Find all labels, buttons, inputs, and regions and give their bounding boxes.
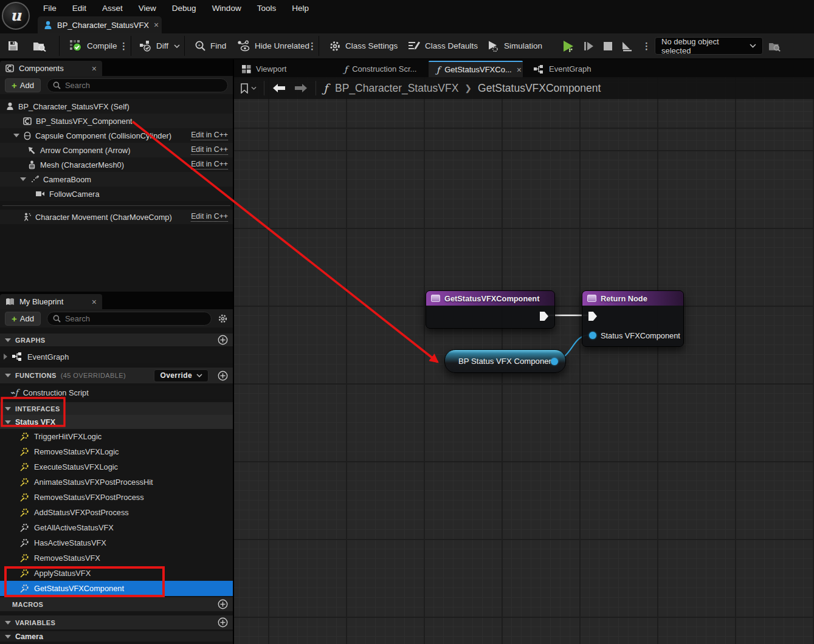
edit-in-cpp-link[interactable]: Edit in C++ [191, 160, 228, 170]
interface-function-row[interactable]: TriggerHitVFXLogic [0, 429, 233, 444]
variables-section-header[interactable]: VARIABLES [0, 615, 233, 629]
tab-construction-script[interactable]: ƒ Construction Scr... [336, 61, 429, 77]
menu-debug[interactable]: Debug [164, 0, 204, 16]
my-blueprint-tab[interactable]: My Blueprint × [0, 294, 102, 309]
breadcrumb-root[interactable]: BP_Character_StatusVFX [335, 82, 458, 95]
simulation-button[interactable]: Simulation [487, 33, 542, 58]
node-bp-status-vfx-component-getter[interactable]: BP Status VFX Component [444, 349, 566, 373]
interface-function-row-selected[interactable]: GetStatusVFXComponent [0, 581, 233, 596]
menu-edit[interactable]: Edit [64, 0, 94, 16]
forward-arrow-icon[interactable] [294, 83, 308, 93]
construction-script-row[interactable]: ⌁ƒ Construction Script [0, 386, 233, 399]
add-macro-icon[interactable] [218, 599, 228, 609]
component-row-cameraboom[interactable]: CameraBoom [0, 172, 233, 187]
function-icon: ƒ [436, 66, 440, 74]
interface-function-row[interactable]: RemoveStatusVFX [0, 550, 233, 566]
edit-in-cpp-link[interactable]: Edit in C++ [191, 212, 228, 222]
menu-asset[interactable]: Asset [94, 0, 131, 16]
menu-help[interactable]: Help [284, 0, 317, 16]
kebab-icon[interactable]: ⋮ [642, 41, 651, 50]
graphs-section-header[interactable]: GRAPHS [0, 334, 233, 346]
interface-function-row[interactable]: GetAllActiveStatusVFX [0, 520, 233, 535]
breadcrumb-current[interactable]: GetStatusVFXComponent [478, 82, 601, 95]
exec-input-pin[interactable] [588, 312, 597, 321]
component-row-followcamera[interactable]: FollowCamera [0, 187, 233, 201]
components-search-input[interactable]: Search [47, 78, 228, 92]
eventgraph-row[interactable]: EventGraph [0, 350, 233, 363]
menu-file[interactable]: File [35, 0, 64, 16]
interface-function-row[interactable]: AddStatusVFXPostProcess [0, 505, 233, 520]
add-function-icon[interactable] [218, 371, 228, 381]
my-blueprint-search-input[interactable]: Search [47, 312, 212, 326]
play-icon[interactable] [562, 39, 575, 53]
component-row-capsule[interactable]: Capsule Component (CollisionCylinder) Ed… [0, 128, 233, 143]
compile-button[interactable]: Compile [69, 33, 117, 58]
asset-tab-close-icon[interactable]: × [154, 21, 159, 29]
find-button[interactable]: + Find [195, 33, 226, 58]
macros-section-header[interactable]: MACROS [0, 597, 233, 611]
asset-tab-bp-character-statusvfx[interactable]: BP_Character_StatusVFX × [38, 16, 162, 33]
diff-button[interactable]: Diff [139, 33, 180, 58]
interface-function-row[interactable]: ApplyStatusVFX [0, 566, 233, 581]
unreal-logo-icon[interactable]: u [2, 2, 30, 30]
skip-to-end-icon[interactable] [621, 41, 633, 52]
save-button[interactable] [7, 33, 19, 58]
class-settings-button[interactable]: Class Settings [329, 33, 398, 58]
tab-close-icon[interactable]: × [517, 66, 522, 74]
components-tab[interactable]: Components × [0, 61, 102, 76]
add-blueprint-item-button[interactable]: + Add [5, 312, 41, 326]
interface-function-row[interactable]: RemoveStatusVFXPostProcess [0, 490, 233, 505]
interface-function-row[interactable]: AnimateStatusVFXPostProcessHit [0, 474, 233, 490]
menu-tools[interactable]: Tools [249, 0, 285, 16]
components-tab-close-icon[interactable]: × [92, 64, 97, 73]
class-defaults-button[interactable]: Class Defaults [408, 33, 478, 58]
compile-options-button[interactable]: ⋮ [119, 33, 128, 58]
caret-right-icon[interactable] [4, 354, 7, 360]
edit-in-cpp-link[interactable]: Edit in C++ [191, 145, 228, 155]
status-vfxcomponent-input-pin[interactable] [589, 332, 596, 339]
hide-unrelated-options-button[interactable]: ⋮ [308, 33, 317, 58]
hide-unrelated-button[interactable]: Hide Unrelated [237, 33, 309, 58]
bookmarks-dropdown[interactable] [240, 83, 257, 94]
component-row-character-movement[interactable]: Character Movement (CharMoveComp) Edit i… [0, 210, 233, 224]
component-output-pin[interactable] [551, 358, 558, 365]
caret-down-icon[interactable] [20, 177, 26, 181]
edit-in-cpp-link[interactable]: Edit in C++ [191, 131, 228, 140]
tab-getstatusvfxcomponent[interactable]: ƒ GetStatusVFXCo... × [429, 61, 523, 77]
component-row-self[interactable]: BP_Character_StatusVFX (Self) [0, 99, 233, 114]
frame-skip-icon[interactable] [584, 41, 595, 52]
debug-object-selector[interactable]: No debug object selected [655, 37, 763, 55]
component-row-statusvfx-component[interactable]: BP_StatusVFX_Component [0, 114, 233, 128]
back-arrow-icon[interactable] [272, 83, 286, 93]
override-dropdown[interactable]: Override [154, 369, 209, 382]
interface-function-row[interactable]: HasActiveStatusVFX [0, 535, 233, 550]
my-blueprint-tab-close-icon[interactable]: × [92, 298, 97, 306]
settings-gear-icon[interactable] [218, 313, 228, 324]
add-component-button[interactable]: + Add [5, 78, 41, 92]
exec-output-pin[interactable] [540, 312, 548, 321]
stop-icon[interactable] [603, 41, 613, 51]
interface-function-row[interactable]: ExecuteStatusVFXLogic [0, 459, 233, 474]
function-icon: ƒ [323, 83, 328, 94]
interfaces-section-header[interactable]: INTERFACES [0, 402, 233, 415]
interface-group-status-vfx[interactable]: Status VFX [0, 415, 233, 429]
add-graph-icon[interactable] [218, 335, 228, 345]
toolbar-separator [184, 36, 185, 56]
interface-function-row[interactable]: RemoveStatusVFXLogic [0, 444, 233, 459]
variable-category-camera[interactable]: Camera [0, 631, 233, 642]
functions-section-header[interactable]: FUNCTIONS (45 OVERRIDABLE) Override [0, 368, 233, 383]
tab-eventgraph[interactable]: EventGraph [526, 61, 599, 77]
caret-down-icon[interactable] [13, 134, 19, 137]
variable-row-clipped[interactable]: FollowCamera [0, 642, 233, 644]
blueprint-graph-canvas[interactable]: GetStatusVFXComponent Return Node Status… [234, 77, 814, 644]
node-return[interactable]: Return Node Status VFXComponent [582, 290, 684, 347]
component-row-arrow[interactable]: Arrow Component (Arrow) Edit in C++ [0, 143, 233, 157]
component-row-mesh[interactable]: Mesh (CharacterMesh0) Edit in C++ [0, 157, 233, 172]
menu-window[interactable]: Window [204, 0, 249, 16]
debug-browse-button[interactable] [768, 33, 781, 58]
menu-view[interactable]: View [131, 0, 164, 16]
node-getstatusvfxcomponent-entry[interactable]: GetStatusVFXComponent [426, 290, 555, 329]
add-variable-icon[interactable] [218, 617, 228, 628]
browse-to-asset-button[interactable] [33, 33, 47, 58]
tab-viewport[interactable]: Viewport [234, 61, 336, 77]
